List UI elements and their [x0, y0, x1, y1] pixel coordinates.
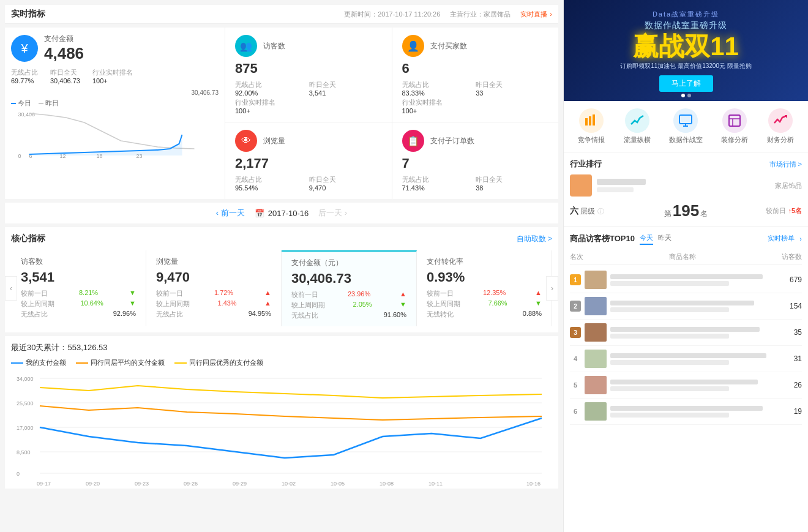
top10-arrow[interactable]: › [799, 235, 802, 242]
quick-nav-finance[interactable]: 财务分析 [767, 108, 794, 144]
banner-dot-1 [681, 94, 685, 97]
market-trend-link[interactable]: 市场行情 > [769, 160, 802, 169]
banner-dots [681, 94, 691, 97]
competition-label: 竞争情报 [578, 135, 605, 144]
payment-main: ¥ 支付金额 4,486 [11, 34, 219, 63]
quick-nav-design[interactable]: 装修分析 [721, 108, 748, 144]
buyers-yesterday: 昨日全天 33 [476, 80, 548, 97]
quick-nav: 竞争情报 流量纵横 数据作战室 装修分析 [564, 101, 808, 152]
legend-yesterday: 昨日 [39, 99, 59, 108]
pageviews-name: 浏览量 [263, 136, 285, 146]
level-area: 六 层级 ⓘ [570, 206, 664, 217]
svg-text:09-20: 09-20 [86, 481, 100, 487]
pageviews-icon: 👁 [235, 130, 257, 152]
live-label[interactable]: 实时直播 › [520, 10, 552, 19]
rank-prefix: 第 [664, 209, 671, 219]
top10-row-4: 4 31 [570, 346, 802, 372]
product-name-3 [610, 327, 780, 339]
design-icon [722, 108, 747, 133]
self-service-link[interactable]: 自助取数 > [517, 234, 552, 244]
svg-marker-6 [29, 135, 182, 155]
product-visitors-1: 679 [784, 275, 802, 284]
store-name-blur [597, 179, 646, 185]
core-section: 核心指标 自助取数 > ‹ 访客数 3,541 较前一日 8.21% ▼ [5, 227, 558, 332]
product-thumb-3 [585, 323, 607, 342]
store-avatar [570, 174, 592, 197]
banner-main-text: 赢战双11 [620, 34, 752, 59]
rank-badge-3: 3 [570, 327, 581, 338]
kpi-buyers-header: 👤 支付买家数 [402, 35, 549, 57]
metrics-prev-arrow[interactable]: ‹ [5, 276, 17, 301]
visitors-stats: 无线占比 92.00% 昨日全天 3,541 行业实时排名 100+ [235, 80, 382, 114]
metric-visitors: 访客数 3,541 较前一日 8.21% ▼ 较上周同期 10.64% ▼ [11, 250, 146, 326]
metrics-next-arrow[interactable]: › [546, 276, 558, 301]
payment-icon: ¥ [11, 35, 38, 62]
traffic-label: 流量纵横 [624, 135, 651, 144]
realtime-list-link[interactable]: 实时榜单 [768, 234, 795, 243]
product-name-6 [610, 406, 780, 418]
banner-subtitle-cn: 数据作战室重磅升级 [620, 20, 752, 31]
banner-top-text: Data战室重磅升级 [620, 10, 752, 19]
quick-nav-competition[interactable]: 竞争情报 [578, 108, 605, 144]
svg-text:09-23: 09-23 [135, 481, 149, 487]
svg-text:09-29: 09-29 [233, 481, 247, 487]
top10-section: 商品访客榜TOP10 今天 昨天 实时榜单 › 名次 商品名称 访客数 1 [564, 227, 808, 430]
pageviews-wireless: 无线占比 95.54% [235, 175, 308, 192]
metric-pageviews: 浏览量 9,470 较前一日 1.72% ▲ 较上周同期 1.43% ▲ [146, 250, 282, 326]
banner-dot-2 [687, 94, 691, 97]
svg-rect-30 [679, 115, 692, 124]
industry-header: 行业排行 市场行情 > [570, 159, 802, 170]
tab-yesterday[interactable]: 昨天 [658, 232, 671, 245]
product-thumb-6 [585, 402, 607, 421]
store-row: 家居饰品 [570, 174, 802, 197]
top10-header: 商品访客榜TOP10 今天 昨天 实时榜单 › [570, 232, 802, 245]
next-day-btn[interactable]: 后一天 › [318, 208, 347, 219]
rank-badge-4: 4 [570, 353, 581, 364]
quick-nav-traffic[interactable]: 流量纵横 [624, 108, 651, 144]
svg-text:0: 0 [18, 153, 21, 159]
svg-rect-27 [585, 118, 588, 126]
live-arrow: › [550, 10, 552, 18]
quick-nav-dataroom[interactable]: 数据作战室 [669, 108, 703, 144]
realtime-header: 实时指标 更新时间：2017-10-17 11:20:26 主营行业：家居饰品 … [5, 5, 558, 24]
legend-avg: 同行同层平均的支付金额 [76, 358, 165, 367]
payment-stats: 无线占比 69.77% 昨日全天 30,406.73 行业实时排名 100+ [11, 68, 219, 84]
industry-title: 行业排行 [570, 159, 602, 170]
banner-cta-btn[interactable]: 马上了解 [659, 75, 713, 92]
finance-icon [768, 108, 793, 133]
prev-day-btn[interactable]: ‹ 前一天 [216, 208, 245, 219]
kpi-orders-header: 📋 支付子订单数 [402, 130, 549, 152]
design-label: 装修分析 [721, 135, 748, 144]
legend-mine: 我的支付金额 [11, 358, 66, 367]
svg-rect-28 [589, 116, 591, 126]
top10-row-6: 6 19 [570, 399, 802, 425]
competition-icon [579, 108, 604, 133]
top10-row-3: 3 35 [570, 320, 802, 346]
visitors-rank: 行业实时排名 100+ [235, 98, 308, 114]
realtime-title: 实时指标 [11, 9, 45, 20]
industry-category: 家居饰品 [775, 181, 802, 190]
top10-row-2: 2 154 [570, 293, 802, 320]
current-date: 📅 2017-10-16 [255, 209, 309, 218]
svg-text:09-26: 09-26 [184, 481, 198, 487]
payment-info: 支付金额 4,486 [44, 34, 84, 63]
product-thumb-2 [585, 297, 607, 315]
svg-text:34,000: 34,000 [17, 376, 34, 382]
svg-text:10-16: 10-16 [526, 481, 541, 487]
svg-text:10-08: 10-08 [380, 481, 394, 487]
visitors-name: 访客数 [263, 41, 285, 51]
tab-today[interactable]: 今天 [640, 232, 653, 245]
calendar-icon: 📅 [255, 209, 264, 218]
date-nav: ‹ 前一天 📅 2017-10-16 后一天 › [5, 203, 558, 223]
mini-chart: 30,406 0 6 12 18 23 [11, 110, 219, 159]
metric-payment: 支付金额（元） 30,406.73 较前一日 23.96% ▲ 较上周同期 2.… [282, 250, 417, 326]
product-name-4 [610, 353, 780, 365]
kpi-visitors-header: 👥 访客数 [235, 35, 382, 57]
banner-promo-text: 订购即领双11加油包 最高价值13200元 限量抢购 [620, 62, 752, 70]
col-rank: 名次 [570, 252, 583, 261]
rank-stat: 行业实时排名 100+ [92, 68, 133, 84]
compare-label: 较前日 [766, 207, 786, 214]
level-suffix: 层级 [580, 207, 595, 215]
visitors-wireless: 无线占比 92.00% [235, 80, 308, 97]
right-banner[interactable]: Data战室重磅升级 数据作战室重磅升级 赢战双11 订购即领双11加油包 最高… [564, 0, 808, 101]
